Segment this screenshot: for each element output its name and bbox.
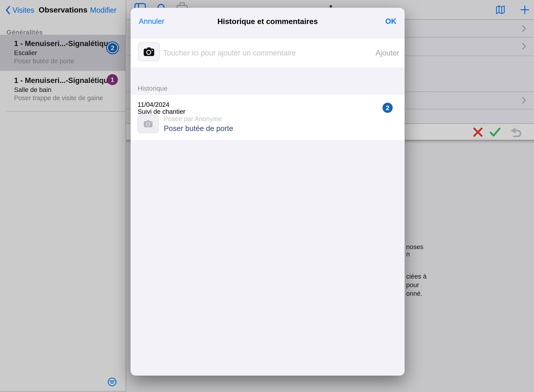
camera-icon	[144, 120, 153, 127]
camera-button[interactable]	[138, 42, 160, 61]
history-comments-modal: Annuler Historique et commentaires OK To…	[131, 8, 405, 376]
photo-placeholder[interactable]	[137, 114, 159, 133]
app-screen: noses n ciées à pour onné. Visites Obser…	[0, 0, 534, 392]
camera-icon	[143, 47, 154, 56]
history-entry: 11/04/2024 Suivi de chantier Posée par A…	[131, 95, 405, 140]
add-comment-row: Toucher ici pour ajouter un commentaire …	[131, 38, 405, 67]
add-comment-button[interactable]: Ajouter	[376, 38, 399, 67]
modal-title: Historique et commentaires	[131, 17, 405, 26]
ok-button[interactable]: OK	[385, 17, 396, 26]
history-section-label: Historique	[138, 84, 167, 92]
history-author: Posée par Anonyme	[164, 115, 222, 123]
comment-input[interactable]: Toucher ici pour ajouter un commentaire	[163, 38, 296, 67]
status-badge: 2	[382, 103, 393, 113]
history-date: 11/04/2024	[138, 101, 169, 108]
history-action-link[interactable]: Poser butée de porte	[164, 124, 233, 133]
